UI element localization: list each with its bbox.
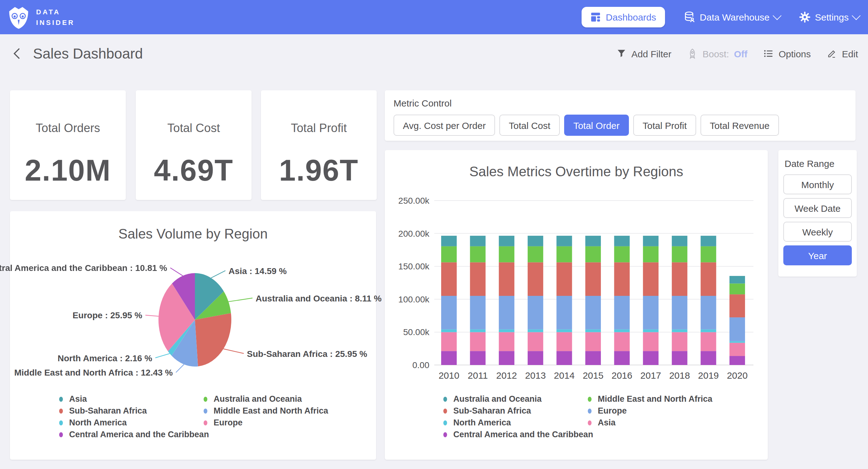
bar-segment-2013-north-america[interactable] bbox=[528, 329, 543, 332]
nav-item-data-warehouse[interactable]: Data Warehouse bbox=[684, 11, 780, 23]
bar-segment-2018-north-america[interactable] bbox=[672, 329, 687, 332]
bar-segment-2016-europe[interactable] bbox=[614, 296, 630, 329]
bar-legend-item[interactable]: North America bbox=[443, 417, 593, 429]
bar-segment-2018-australia-and-oceania[interactable] bbox=[672, 236, 687, 246]
bar-segment-2018-asia[interactable] bbox=[672, 332, 687, 351]
nav-item-settings[interactable]: Settings bbox=[799, 11, 859, 23]
bar-segment-2015-middle-east-and-north-africa[interactable] bbox=[585, 246, 601, 263]
bar-segment-2011-australia-and-oceania[interactable] bbox=[470, 236, 486, 246]
bar-segment-2013-australia-and-oceania[interactable] bbox=[528, 236, 543, 246]
add-filter-button[interactable]: Add Filter bbox=[616, 48, 671, 59]
boost-toggle[interactable]: Boost:Off bbox=[687, 48, 747, 59]
bar-segment-2016-north-america[interactable] bbox=[614, 329, 630, 332]
bar-segment-2016-asia[interactable] bbox=[614, 332, 630, 351]
bar-segment-2014-europe[interactable] bbox=[556, 296, 572, 329]
bar-segment-2015-sub-saharan-africa[interactable] bbox=[585, 262, 601, 296]
bar-segment-2010-asia[interactable] bbox=[441, 332, 457, 351]
bar-segment-2020-middle-east-and-north-africa[interactable] bbox=[730, 284, 745, 294]
bar-segment-2020-central-america-and-the-caribbean[interactable] bbox=[730, 356, 745, 365]
pie-slice-sub-saharan-africa[interactable] bbox=[195, 313, 231, 366]
metric-option-total-profit[interactable]: Total Profit bbox=[633, 115, 696, 136]
bar-segment-2017-australia-and-oceania[interactable] bbox=[643, 236, 658, 246]
bar-segment-2012-australia-and-oceania[interactable] bbox=[499, 236, 514, 246]
bar-segment-2011-middle-east-and-north-africa[interactable] bbox=[470, 246, 486, 263]
bar-segment-2012-middle-east-and-north-africa[interactable] bbox=[499, 246, 514, 263]
bar-legend-item[interactable]: Sub-Saharan Africa bbox=[443, 405, 593, 417]
bar-segment-2017-middle-east-and-north-africa[interactable] bbox=[643, 246, 658, 263]
bar-segment-2017-asia[interactable] bbox=[643, 332, 658, 351]
bar-segment-2014-central-america-and-the-caribbean[interactable] bbox=[556, 351, 572, 365]
pie-legend-item[interactable]: Asia bbox=[59, 393, 209, 405]
bar-segment-2014-australia-and-oceania[interactable] bbox=[556, 236, 572, 246]
bar-segment-2015-north-america[interactable] bbox=[585, 329, 601, 332]
bar-segment-2020-asia[interactable] bbox=[730, 343, 745, 356]
pie-legend-item[interactable]: Middle East and North Africa bbox=[204, 405, 328, 417]
bar-legend-item[interactable]: Australia and Oceania bbox=[443, 393, 593, 405]
bar-segment-2019-europe[interactable] bbox=[701, 296, 716, 329]
bar-segment-2019-central-america-and-the-caribbean[interactable] bbox=[701, 351, 716, 365]
bar-segment-2017-europe[interactable] bbox=[643, 296, 658, 329]
bar-segment-2010-sub-saharan-africa[interactable] bbox=[441, 262, 457, 296]
bar-segment-2018-europe[interactable] bbox=[672, 296, 687, 329]
date-range-option-weekly[interactable]: Weekly bbox=[783, 222, 852, 242]
bar-segment-2019-north-america[interactable] bbox=[701, 329, 716, 332]
date-range-option-week-date[interactable]: Week Date bbox=[783, 198, 852, 218]
bar-segment-2019-asia[interactable] bbox=[701, 332, 716, 351]
date-range-option-monthly[interactable]: Monthly bbox=[783, 174, 852, 194]
bar-segment-2011-central-america-and-the-caribbean[interactable] bbox=[470, 351, 486, 365]
bar-segment-2011-north-america[interactable] bbox=[470, 329, 486, 332]
bar-segment-2011-asia[interactable] bbox=[470, 332, 486, 351]
bar-segment-2018-central-america-and-the-caribbean[interactable] bbox=[672, 351, 687, 365]
bar-segment-2016-middle-east-and-north-africa[interactable] bbox=[614, 246, 630, 263]
bar-segment-2016-sub-saharan-africa[interactable] bbox=[614, 262, 630, 296]
bar-segment-2013-middle-east-and-north-africa[interactable] bbox=[528, 246, 543, 263]
metric-option-total-revenue[interactable]: Total Revenue bbox=[701, 115, 779, 136]
metric-option-avg-cost-per-order[interactable]: Avg. Cost per Order bbox=[394, 115, 495, 136]
bar-segment-2012-asia[interactable] bbox=[499, 332, 514, 351]
bar-segment-2010-middle-east-and-north-africa[interactable] bbox=[441, 246, 457, 263]
bar-segment-2014-sub-saharan-africa[interactable] bbox=[556, 262, 572, 296]
bar-segment-2012-sub-saharan-africa[interactable] bbox=[499, 262, 514, 296]
bar-segment-2018-middle-east-and-north-africa[interactable] bbox=[672, 246, 687, 263]
bar-segment-2016-central-america-and-the-caribbean[interactable] bbox=[614, 351, 630, 365]
options-button[interactable]: Options bbox=[764, 48, 811, 59]
bar-segment-2010-australia-and-oceania[interactable] bbox=[441, 236, 457, 246]
edit-button[interactable]: Edit bbox=[827, 48, 858, 59]
bar-segment-2019-middle-east-and-north-africa[interactable] bbox=[701, 246, 716, 263]
bar-segment-2011-europe[interactable] bbox=[470, 296, 486, 329]
bar-segment-2017-north-america[interactable] bbox=[643, 329, 658, 332]
bar-legend-item[interactable]: Asia bbox=[588, 417, 712, 429]
bar-segment-2014-middle-east-and-north-africa[interactable] bbox=[556, 246, 572, 263]
bar-segment-2015-australia-and-oceania[interactable] bbox=[585, 236, 601, 246]
bar-segment-2018-sub-saharan-africa[interactable] bbox=[672, 262, 687, 296]
bar-segment-2013-asia[interactable] bbox=[528, 332, 543, 351]
bar-segment-2015-asia[interactable] bbox=[585, 332, 601, 351]
bar-segment-2015-europe[interactable] bbox=[585, 296, 601, 329]
bar-legend-item[interactable]: Central America and the Caribbean bbox=[443, 429, 593, 440]
bar-segment-2020-australia-and-oceania[interactable] bbox=[730, 276, 745, 284]
pie-legend-item[interactable]: North America bbox=[59, 417, 209, 429]
bar-segment-2013-central-america-and-the-caribbean[interactable] bbox=[528, 351, 543, 365]
nav-item-dashboards[interactable]: Dashboards bbox=[582, 7, 665, 27]
bar-segment-2015-central-america-and-the-caribbean[interactable] bbox=[585, 351, 601, 365]
bar-segment-2013-sub-saharan-africa[interactable] bbox=[528, 262, 543, 296]
bar-segment-2020-europe[interactable] bbox=[730, 317, 745, 341]
pie-legend-item[interactable]: Sub-Saharan Africa bbox=[59, 405, 209, 417]
bar-segment-2012-central-america-and-the-caribbean[interactable] bbox=[499, 351, 514, 365]
bar-legend-item[interactable]: Middle East and North Africa bbox=[588, 393, 712, 405]
bar-segment-2014-asia[interactable] bbox=[556, 332, 572, 351]
bar-segment-2019-sub-saharan-africa[interactable] bbox=[701, 262, 716, 296]
back-button[interactable] bbox=[9, 46, 25, 62]
bar-segment-2017-sub-saharan-africa[interactable] bbox=[643, 262, 658, 296]
bar-segment-2019-australia-and-oceania[interactable] bbox=[701, 236, 716, 246]
bar-segment-2011-sub-saharan-africa[interactable] bbox=[470, 262, 486, 296]
bar-segment-2010-north-america[interactable] bbox=[441, 329, 457, 332]
bar-segment-2020-sub-saharan-africa[interactable] bbox=[730, 294, 745, 317]
brand-logo[interactable]: DATA INSIDER bbox=[7, 5, 75, 30]
bar-segment-2020-north-america[interactable] bbox=[730, 341, 745, 343]
bar-legend-item[interactable]: Europe bbox=[588, 405, 712, 417]
metric-option-total-order[interactable]: Total Order bbox=[564, 115, 629, 136]
bar-segment-2016-australia-and-oceania[interactable] bbox=[614, 236, 630, 246]
bar-segment-2017-central-america-and-the-caribbean[interactable] bbox=[643, 351, 658, 365]
bar-segment-2012-north-america[interactable] bbox=[499, 329, 514, 332]
